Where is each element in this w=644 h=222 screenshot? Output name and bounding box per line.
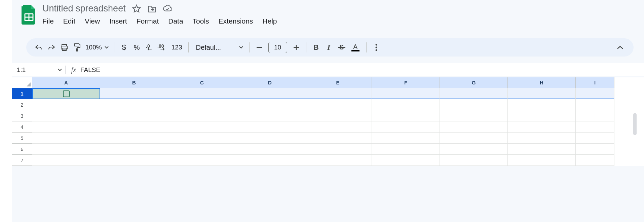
cell[interactable] bbox=[508, 88, 576, 99]
cell[interactable] bbox=[440, 110, 508, 121]
cell[interactable] bbox=[100, 88, 168, 99]
row-header[interactable]: 3 bbox=[12, 110, 32, 121]
cell[interactable] bbox=[100, 133, 168, 144]
menu-format[interactable]: Format bbox=[137, 16, 159, 26]
cell[interactable] bbox=[236, 155, 304, 166]
italic-button[interactable]: I bbox=[323, 41, 335, 54]
checkbox-icon[interactable] bbox=[63, 90, 70, 97]
cell[interactable] bbox=[440, 88, 508, 99]
cell[interactable] bbox=[576, 133, 614, 144]
cell[interactable] bbox=[508, 133, 576, 144]
cell[interactable] bbox=[168, 110, 236, 121]
col-header[interactable]: A bbox=[32, 77, 100, 88]
menu-extensions[interactable]: Extensions bbox=[219, 16, 253, 26]
text-color-button[interactable]: A bbox=[348, 41, 363, 54]
bold-button[interactable]: B bbox=[310, 41, 323, 54]
cell[interactable] bbox=[508, 121, 576, 133]
row-header[interactable]: 6 bbox=[12, 144, 32, 155]
more-formats-button[interactable]: 123 bbox=[169, 41, 185, 54]
menu-data[interactable]: Data bbox=[168, 16, 183, 26]
menu-view[interactable]: View bbox=[85, 16, 100, 26]
col-header[interactable]: B bbox=[100, 77, 168, 88]
cell[interactable] bbox=[576, 121, 614, 133]
redo-button[interactable] bbox=[45, 41, 58, 54]
cell[interactable] bbox=[304, 99, 372, 110]
cloud-status-icon[interactable] bbox=[163, 4, 172, 13]
move-folder-icon[interactable] bbox=[147, 4, 157, 13]
row-header[interactable]: 2 bbox=[12, 99, 32, 110]
percent-button[interactable]: % bbox=[130, 41, 143, 54]
cell[interactable] bbox=[168, 155, 236, 166]
col-header[interactable]: I bbox=[576, 77, 614, 88]
cell[interactable] bbox=[372, 99, 440, 110]
cell[interactable] bbox=[236, 144, 304, 155]
cell[interactable] bbox=[32, 133, 100, 144]
cell[interactable] bbox=[576, 99, 614, 110]
star-icon[interactable] bbox=[132, 4, 141, 13]
cell[interactable] bbox=[32, 88, 100, 99]
cell[interactable] bbox=[508, 144, 576, 155]
row-header[interactable]: 7 bbox=[12, 155, 32, 166]
cell[interactable] bbox=[168, 144, 236, 155]
sheets-logo[interactable] bbox=[20, 3, 38, 26]
cell[interactable] bbox=[304, 110, 372, 121]
cell[interactable] bbox=[100, 155, 168, 166]
cell[interactable] bbox=[576, 88, 614, 99]
row-header[interactable]: 4 bbox=[12, 121, 32, 133]
cell[interactable] bbox=[32, 99, 100, 110]
cell[interactable] bbox=[372, 110, 440, 121]
col-header[interactable]: D bbox=[236, 77, 304, 88]
menu-tools[interactable]: Tools bbox=[193, 16, 209, 26]
cell[interactable] bbox=[32, 144, 100, 155]
col-header[interactable]: E bbox=[304, 77, 372, 88]
cell[interactable] bbox=[100, 121, 168, 133]
cell[interactable] bbox=[236, 88, 304, 99]
cell[interactable] bbox=[304, 155, 372, 166]
name-box[interactable]: 1:1 bbox=[15, 66, 65, 74]
cell[interactable] bbox=[32, 110, 100, 121]
currency-button[interactable]: $ bbox=[118, 41, 130, 54]
cell[interactable] bbox=[100, 110, 168, 121]
cell[interactable] bbox=[236, 133, 304, 144]
cell[interactable] bbox=[304, 121, 372, 133]
decrease-font-button[interactable] bbox=[253, 41, 266, 54]
vertical-scrollbar[interactable] bbox=[633, 113, 637, 135]
cell[interactable] bbox=[168, 88, 236, 99]
cell[interactable] bbox=[100, 144, 168, 155]
font-select[interactable]: Defaul... bbox=[192, 44, 246, 51]
cell[interactable] bbox=[440, 144, 508, 155]
cell[interactable] bbox=[100, 99, 168, 110]
more-toolbar-button[interactable] bbox=[370, 41, 383, 54]
menu-file[interactable]: File bbox=[42, 16, 54, 26]
col-header[interactable]: C bbox=[168, 77, 236, 88]
select-all-corner[interactable] bbox=[12, 77, 32, 88]
menu-help[interactable]: Help bbox=[262, 16, 277, 26]
paint-format-button[interactable] bbox=[71, 41, 83, 54]
menu-insert[interactable]: Insert bbox=[109, 16, 127, 26]
font-size-input[interactable]: 10 bbox=[268, 42, 287, 53]
cell[interactable] bbox=[372, 144, 440, 155]
cell[interactable] bbox=[32, 121, 100, 133]
cell[interactable] bbox=[508, 155, 576, 166]
collapse-toolbar-button[interactable] bbox=[614, 41, 626, 53]
cell[interactable] bbox=[236, 99, 304, 110]
cell[interactable] bbox=[304, 144, 372, 155]
cell[interactable] bbox=[168, 99, 236, 110]
undo-button[interactable] bbox=[32, 41, 45, 54]
cell[interactable] bbox=[236, 110, 304, 121]
cell[interactable] bbox=[372, 155, 440, 166]
cell[interactable] bbox=[372, 88, 440, 99]
row-header[interactable]: 5 bbox=[12, 133, 32, 144]
col-header[interactable]: F bbox=[372, 77, 440, 88]
print-button[interactable] bbox=[58, 41, 71, 54]
col-header[interactable]: H bbox=[508, 77, 576, 88]
cell[interactable] bbox=[440, 155, 508, 166]
cell[interactable] bbox=[236, 121, 304, 133]
cell[interactable] bbox=[168, 121, 236, 133]
cell[interactable] bbox=[508, 99, 576, 110]
cell[interactable] bbox=[168, 133, 236, 144]
decrease-decimal-button[interactable]: .0 bbox=[143, 41, 156, 54]
menu-edit[interactable]: Edit bbox=[63, 16, 75, 26]
document-title[interactable]: Untitled spreadsheet bbox=[42, 3, 126, 14]
cell[interactable] bbox=[576, 144, 614, 155]
